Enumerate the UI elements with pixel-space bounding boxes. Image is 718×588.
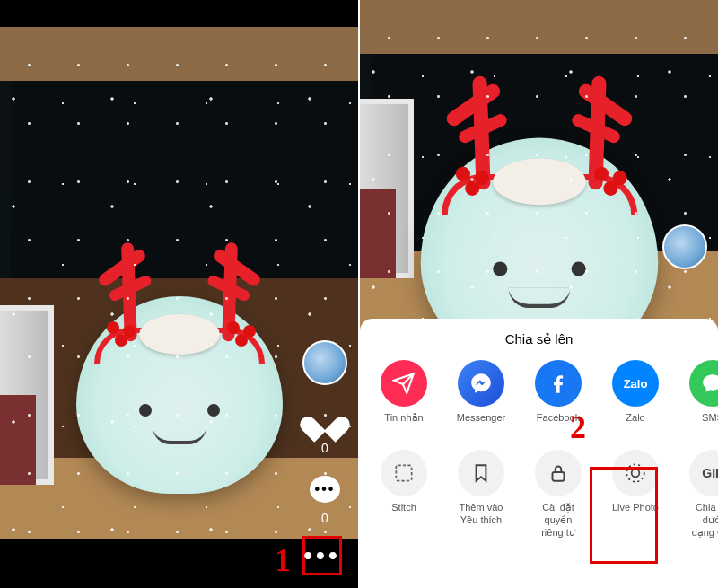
more-options-button[interactable]: ••• [302,536,342,575]
video-frame [360,0,718,332]
comment-button[interactable]: 0 [307,471,343,525]
svg-rect-4 [553,472,565,481]
plush-toy [76,296,283,494]
lock-icon [535,450,582,496]
share-app-sms[interactable]: SMS [685,360,718,437]
share-sheet: Chia sẻ lên Tin nhắn Messenger [360,319,718,588]
more-icon: ••• [303,541,340,570]
send-icon [381,360,427,407]
profile-avatar[interactable] [662,224,707,269]
bookmark-icon [458,450,504,496]
comment-icon [310,476,340,503]
action-favorite[interactable]: Thêm vào Yêu thích [453,450,509,539]
share-app-messenger[interactable]: Messenger [453,360,509,437]
stitch-icon [381,450,427,496]
like-button[interactable]: 0 [307,401,343,455]
heart-icon [310,406,340,433]
video-action-column: 0 0 [302,340,347,525]
share-actions-row: Stitch Thêm vào Yêu thích Cài đặt quyền … [360,450,718,539]
svg-rect-3 [396,465,411,480]
screenshot-step-1: 0 0 ••• 1 [0,0,358,588]
annotation-step-1: 1 [275,541,291,579]
share-app-tinnhan[interactable]: Tin nhắn [376,360,432,437]
annotation-highlight-livephoto [590,467,658,564]
action-privacy[interactable]: Cài đặt quyền riêng tư [530,450,586,539]
comment-count: 0 [321,511,328,525]
sms-icon [689,360,718,407]
share-app-zalo[interactable]: Zalo Zalo [608,360,663,437]
action-gif[interactable]: GIF Chia sẻ dưới dạng GIF [685,450,718,539]
video-action-column [662,224,707,269]
share-apps-row: Tin nhắn Messenger Facebook Zalo [360,360,718,437]
action-stitch[interactable]: Stitch [376,450,432,539]
messenger-icon [458,360,504,407]
gif-icon: GIF [689,450,718,496]
screenshot-step-2: Chia sẻ lên Tin nhắn Messenger [360,0,718,588]
facebook-icon [535,360,582,407]
zalo-icon: Zalo [612,360,659,407]
profile-avatar[interactable] [302,340,347,385]
like-count: 0 [321,441,328,455]
share-sheet-title: Chia sẻ lên [360,331,718,347]
annotation-step-2: 2 [570,408,586,446]
